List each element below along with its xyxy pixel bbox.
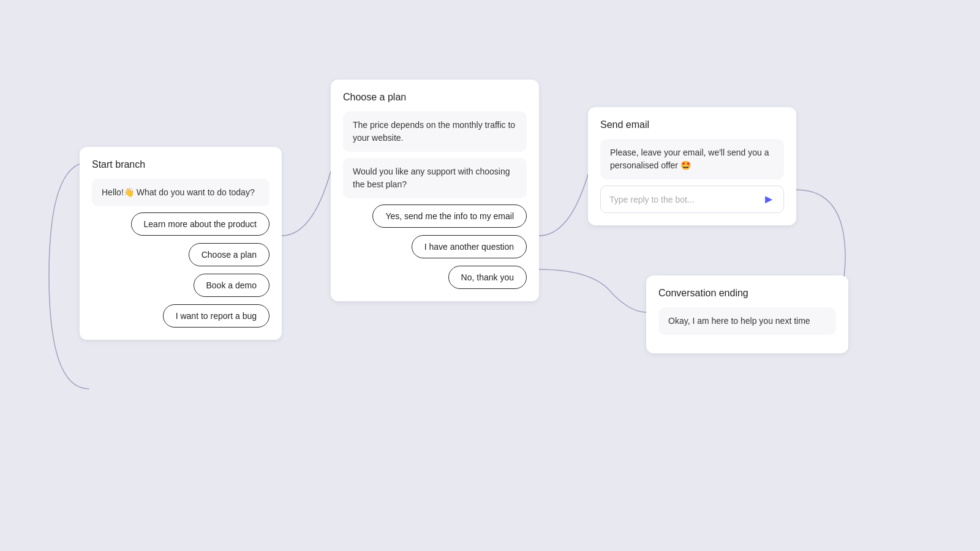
start-branch-node: Start branch Hello!👋 What do you want to… — [80, 147, 282, 340]
conversation-ending-node: Conversation ending Okay, I am here to h… — [646, 276, 848, 353]
send-email-title: Send email — [600, 119, 784, 130]
start-branch-title: Start branch — [92, 159, 270, 170]
email-input-placeholder: Type reply to the bot... — [609, 195, 763, 204]
choice-choose-plan[interactable]: Choose a plan — [189, 243, 270, 266]
start-choices: Learn more about the product Choose a pl… — [92, 212, 270, 328]
conversation-ending-title: Conversation ending — [658, 288, 836, 299]
start-greeting-bubble: Hello!👋 What do you want to do today? — [92, 179, 270, 206]
choose-plan-node: Choose a plan The price depends on the m… — [331, 80, 539, 301]
choice-another-question[interactable]: I have another question — [412, 235, 527, 258]
ending-message: Okay, I am here to help you next time — [658, 307, 836, 335]
plan-choices: Yes, send me the info to my email I have… — [343, 204, 527, 289]
choice-learn-more[interactable]: Learn more about the product — [131, 212, 270, 236]
plan-message-2: Would you like any support with choosing… — [343, 158, 527, 198]
email-input-area[interactable]: Type reply to the bot... ► — [600, 186, 784, 213]
send-email-node: Send email Please, leave your email, we'… — [588, 107, 796, 225]
choice-send-email[interactable]: Yes, send me the info to my email — [372, 204, 527, 228]
choice-no-thanks[interactable]: No, thank you — [448, 266, 527, 289]
email-message: Please, leave your email, we'll send you… — [600, 139, 784, 179]
send-icon[interactable]: ► — [763, 192, 775, 206]
plan-message-1: The price depends on the monthly traffic… — [343, 111, 527, 152]
choice-report-bug[interactable]: I want to report a bug — [163, 304, 270, 328]
choice-book-demo[interactable]: Book a demo — [194, 274, 270, 297]
choose-plan-title: Choose a plan — [343, 92, 527, 103]
